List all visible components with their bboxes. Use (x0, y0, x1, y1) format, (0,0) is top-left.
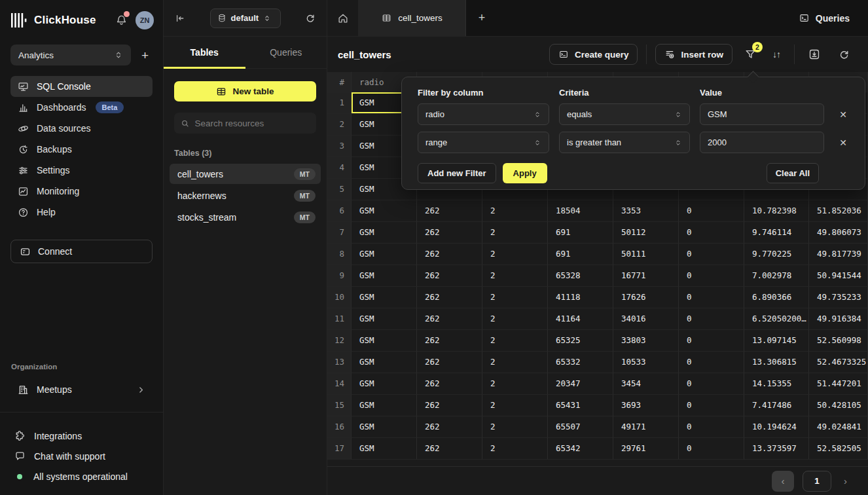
data-cell[interactable]: GSM (352, 438, 417, 460)
data-cell[interactable]: 0 (679, 438, 744, 460)
database-select[interactable]: default (210, 9, 281, 28)
data-cell[interactable]: 2 (482, 416, 548, 438)
data-cell[interactable]: GSM (352, 265, 417, 287)
data-cell[interactable]: 0 (679, 308, 744, 330)
refresh-tables-button[interactable] (305, 13, 316, 24)
collapse-panel-button[interactable] (175, 13, 185, 24)
data-cell[interactable]: GSM (352, 287, 417, 308)
data-cell[interactable]: 50.941544 (809, 265, 868, 287)
data-cell[interactable]: 0 (679, 395, 744, 416)
data-cell[interactable]: GSM (352, 416, 417, 438)
data-cell[interactable]: 52.582505 (809, 438, 868, 460)
data-cell[interactable]: GSM (352, 373, 417, 395)
sidebar-item-system-status[interactable]: All systems operational (10, 466, 156, 486)
data-cell[interactable]: 33803 (613, 330, 679, 352)
data-cell[interactable]: 13.373597 (744, 438, 809, 460)
table-item-stocks_stream[interactable]: stocks_streamMT (170, 207, 321, 227)
data-cell[interactable]: 49.735233 (809, 287, 868, 308)
data-cell[interactable]: 262 (417, 287, 482, 308)
data-cell[interactable]: 51.852036 (809, 200, 868, 222)
download-button[interactable] (803, 46, 825, 63)
data-cell[interactable]: 10533 (613, 352, 679, 373)
sidebar-item-settings[interactable]: Settings (10, 160, 153, 181)
data-cell[interactable]: 13.097145 (744, 330, 809, 352)
data-cell[interactable]: 50.428105 (809, 395, 868, 416)
previous-page-button[interactable]: ‹ (772, 471, 794, 492)
data-cell[interactable]: 262 (417, 352, 482, 373)
data-cell[interactable]: 262 (417, 373, 482, 395)
data-cell[interactable]: GSM (352, 308, 417, 330)
data-cell[interactable]: 262 (417, 438, 482, 460)
filter-button[interactable]: 2 (739, 46, 762, 63)
data-cell[interactable]: 0 (679, 373, 744, 395)
data-cell[interactable]: 3693 (613, 395, 679, 416)
notifications-button[interactable] (115, 14, 128, 27)
data-cell[interactable]: GSM (352, 222, 417, 244)
sidebar-item-backups[interactable]: Backups (10, 139, 153, 160)
data-cell[interactable]: 16771 (613, 265, 679, 287)
data-cell[interactable]: 262 (417, 265, 482, 287)
data-cell[interactable]: 49.024841 (809, 416, 868, 438)
data-cell[interactable]: 262 (417, 395, 482, 416)
data-cell[interactable]: 6.52050200… (744, 308, 809, 330)
sidebar-item-integrations[interactable]: Integrations (10, 426, 156, 446)
data-cell[interactable]: 2 (482, 200, 548, 222)
data-cell[interactable]: 9.746114 (744, 222, 809, 244)
data-cell[interactable]: 20347 (548, 373, 613, 395)
data-cell[interactable]: 10.782398 (744, 200, 809, 222)
data-cell[interactable]: 13.306815 (744, 352, 809, 373)
data-cell[interactable]: GSM (352, 200, 417, 222)
data-cell[interactable]: 49171 (613, 416, 679, 438)
data-cell[interactable]: 65342 (548, 438, 613, 460)
create-query-button[interactable]: Create query (549, 44, 638, 65)
data-cell[interactable]: 3454 (613, 373, 679, 395)
data-cell[interactable]: 0 (679, 244, 744, 265)
sidebar-item-dashboards[interactable]: DashboardsBeta (10, 97, 153, 118)
data-cell[interactable]: 262 (417, 330, 482, 352)
filter-value-input[interactable] (708, 109, 816, 119)
next-page-button[interactable]: › (840, 473, 851, 489)
sort-button[interactable]: ↓↑ (767, 46, 786, 62)
data-cell[interactable]: 0 (679, 265, 744, 287)
data-cell[interactable]: 52.4673325 (809, 352, 868, 373)
add-workspace-button[interactable]: + (141, 49, 149, 62)
filter-criteria-select[interactable]: is greater than (559, 132, 690, 153)
data-cell[interactable]: 0 (679, 416, 744, 438)
data-cell[interactable]: GSM (352, 330, 417, 352)
data-cell[interactable]: 6.890366 (744, 287, 809, 308)
data-cell[interactable]: 2 (482, 244, 548, 265)
data-cell[interactable]: 49.806073 (809, 222, 868, 244)
data-cell[interactable]: 7.417486 (744, 395, 809, 416)
data-cell[interactable]: 9.770225 (744, 244, 809, 265)
avatar[interactable]: ZN (136, 11, 154, 29)
data-cell[interactable]: 52.560998 (809, 330, 868, 352)
new-tab-button[interactable]: + (466, 0, 497, 36)
explorer-tab-queries[interactable]: Queries (245, 37, 327, 68)
data-cell[interactable]: 65507 (548, 416, 613, 438)
data-cell[interactable]: 51.447201 (809, 373, 868, 395)
table-item-cell_towers[interactable]: cell_towersMT (170, 164, 321, 184)
data-cell[interactable]: 0 (679, 222, 744, 244)
apply-filter-button[interactable]: Apply (503, 163, 547, 183)
data-cell[interactable]: 2 (482, 373, 548, 395)
data-cell[interactable]: GSM (352, 395, 417, 416)
data-cell[interactable]: 65325 (548, 330, 613, 352)
clear-filters-button[interactable]: Clear All (767, 163, 819, 183)
home-button[interactable] (327, 0, 359, 36)
data-cell[interactable]: 0 (679, 352, 744, 373)
table-item-hackernews[interactable]: hackernewsMT (170, 185, 321, 206)
data-cell[interactable]: 29761 (613, 438, 679, 460)
data-cell[interactable]: GSM (352, 352, 417, 373)
data-cell[interactable]: 0 (679, 330, 744, 352)
current-page[interactable]: 1 (803, 471, 831, 492)
data-cell[interactable]: 0 (679, 287, 744, 308)
remove-filter-button[interactable]: ✕ (834, 109, 852, 120)
data-cell[interactable]: 2 (482, 330, 548, 352)
data-cell[interactable]: 262 (417, 200, 482, 222)
search-input[interactable] (194, 119, 310, 128)
data-cell[interactable]: 691 (548, 222, 613, 244)
data-cell[interactable]: 49.817739 (809, 244, 868, 265)
data-cell[interactable]: 2 (482, 395, 548, 416)
data-cell[interactable]: 41164 (548, 308, 613, 330)
sidebar-item-sql-console[interactable]: SQL Console (10, 76, 153, 97)
